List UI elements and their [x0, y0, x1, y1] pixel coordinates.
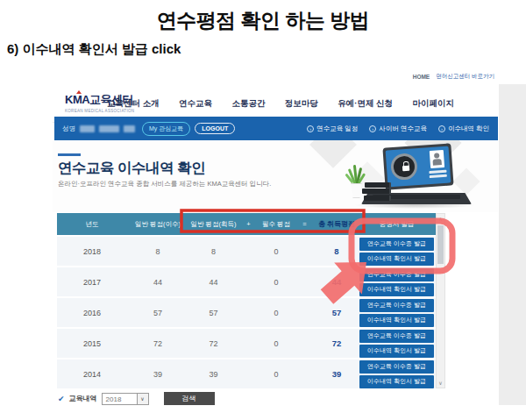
cert-issue-button[interactable]: 연수교육 이수증 발급 — [359, 299, 434, 312]
scrollbar-up-icon[interactable]: ∧ — [437, 216, 444, 222]
history-cert-button[interactable]: 이수내역 확인서 발급 — [359, 345, 434, 358]
quicklinks: › 연수교육 일정 › 사이버 연수교육 › 이수내역 확인 — [307, 125, 489, 133]
nav-item-mypage[interactable]: 마이페이지 — [412, 98, 454, 110]
cert-issue-button[interactable]: 연수교육 이수증 발급 — [359, 238, 434, 251]
slide: 연수평점 확인 하는 방법 6) 이수내역 확인서 발급 click HOME … — [0, 0, 526, 420]
year-select[interactable]: 2018 ∨ — [102, 393, 149, 405]
col-year: 년도 — [57, 220, 127, 229]
main-nav: 교육센터 소개 연수교육 소통공간 정보마당 유예·면제 신청 마이페이지 — [107, 98, 454, 110]
quicklink-history[interactable]: › 이수내역 확인 — [438, 125, 489, 133]
circle-arrow-icon: › — [307, 125, 314, 132]
nav-item-deferment[interactable]: 유예·면제 신청 — [338, 98, 393, 110]
table-row: 2014 39 39 0 39 연수교육 이수증 발급 이수내역 확인서 발급 — [57, 359, 436, 388]
my-interest-edu-button[interactable]: My 관심교육 — [142, 122, 190, 136]
col-general-completed: 일반 평점(이수) — [127, 220, 188, 229]
website-screenshot: HOME 면허신고센터 바로가기 KMA교육센터 KOREAN MEDICAL … — [53, 72, 498, 407]
page-banner: 연수교육 이수내역 확인 온라인·오프라인 연수교육 종합 서비스를 제공하는 … — [53, 140, 498, 212]
table-row: 2017 44 44 0 44 연수교육 이수증 발급 이수내역 확인서 발급 — [57, 267, 436, 296]
table-row: 2018 8 8 0 8 연수교육 이수증 발급 이수내역 확인서 발급 — [57, 237, 436, 266]
cert-issue-button[interactable]: 연수교육 이수증 발급 — [359, 268, 434, 281]
table-row: 2016 57 57 0 57 연수교육 이수증 발급 이수내역 확인서 발급 — [57, 298, 436, 327]
col-general-earned: 일반 평점(획득) — [188, 220, 238, 229]
history-cert-button[interactable]: 이수내역 확인서 발급 — [359, 283, 434, 296]
credits-table: 년도 일반 평점(이수) 일반 평점(획득) + 필수 평점 = 총 취득평점 … — [57, 213, 436, 388]
redacted-user-info — [80, 125, 95, 132]
login-screen — [386, 146, 451, 188]
laptop-illustration — [347, 144, 479, 209]
search-button[interactable]: 검색 — [164, 392, 215, 405]
page-subtitle: 온라인·오프라인 연수교육 종합 서비스를 제공하는 KMA교육센터 입니다. — [58, 180, 271, 189]
license-center-link[interactable]: 면허신고센터 바로가기 — [436, 73, 494, 81]
table-scrollbar[interactable]: ∧ ∨ — [436, 213, 445, 388]
logout-button[interactable]: LOGOUT — [195, 123, 235, 134]
laptop-screen — [382, 143, 453, 189]
slide-title: 연수평점 확인 하는 방법 — [0, 7, 526, 34]
user-bar: 성명 My 관심교육 LOGOUT › 연수교육 일정 › 사이버 연수교육 ›… — [54, 117, 498, 140]
nav-item-intro[interactable]: 교육센터 소개 — [107, 98, 160, 110]
circle-arrow-icon: › — [438, 125, 445, 132]
home-link[interactable]: HOME — [413, 74, 430, 80]
redacted-user-info — [99, 125, 119, 132]
nav-item-info[interactable]: 정보마당 — [285, 98, 318, 110]
col-total: 총 취득평점 — [316, 219, 358, 229]
col-required: 필수 평점 — [259, 220, 294, 229]
history-cert-button[interactable]: 이수내역 확인서 발급 — [359, 253, 434, 266]
history-cert-button[interactable]: 이수내역 확인서 발급 — [359, 314, 434, 327]
scrollbar-thumb[interactable] — [437, 225, 444, 264]
nav-item-training[interactable]: 연수교육 — [179, 98, 212, 110]
table-header-row: 년도 일반 평점(이수) 일반 평점(획득) + 필수 평점 = 총 취득평점 … — [57, 213, 436, 235]
vault-lock-icon — [390, 153, 418, 181]
col-equals: = — [294, 220, 316, 228]
col-cert: 증명서 발급 — [358, 220, 436, 229]
filter-label: 교육내역 — [69, 394, 97, 403]
page-title: 연수교육 이수내역 확인 — [58, 159, 205, 178]
redacted-user-info — [124, 125, 135, 132]
user-silhouette — [434, 153, 439, 158]
login-field-decoration — [429, 170, 446, 174]
quicklink-schedule[interactable]: › 연수교육 일정 — [307, 125, 358, 133]
filter-bar: ✔ 교육내역 2018 ∨ 검색 — [58, 392, 215, 405]
year-select-value: 2018 — [103, 394, 137, 404]
cert-issue-button[interactable]: 연수교육 이수증 발급 — [359, 360, 434, 374]
scrollbar-down-icon[interactable]: ∨ — [437, 380, 444, 386]
utility-bar: HOME 면허신고센터 바로가기 — [413, 73, 494, 81]
padlock-icon — [402, 166, 409, 172]
user-silhouette — [432, 159, 441, 166]
title-accent-line — [58, 153, 81, 156]
circle-arrow-icon: › — [369, 125, 376, 132]
chevron-down-icon: ∨ — [137, 394, 148, 404]
cert-issue-button[interactable]: 연수교육 이수증 발급 — [359, 330, 434, 343]
name-label: 성명 — [62, 125, 75, 133]
nav-item-communication[interactable]: 소통공간 — [231, 98, 265, 110]
table-row: 2015 72 72 0 72 연수교육 이수증 발급 이수내역 확인서 발급 — [57, 329, 436, 358]
logo-accent — [76, 90, 82, 94]
checkmark-icon: ✔ — [58, 395, 65, 403]
user-photo-placeholder — [430, 150, 444, 168]
col-plus: + — [238, 220, 259, 228]
history-cert-button[interactable]: 이수내역 확인서 발급 — [359, 375, 434, 388]
login-field-decoration — [430, 174, 447, 178]
step-label: 6) 이수내역 확인서 발급 click — [7, 41, 181, 58]
banner-illustration — [309, 140, 498, 212]
browser-gutter — [499, 84, 526, 405]
quicklink-cyber[interactable]: › 사이버 연수교육 — [369, 125, 427, 133]
books-illustration — [361, 181, 393, 201]
